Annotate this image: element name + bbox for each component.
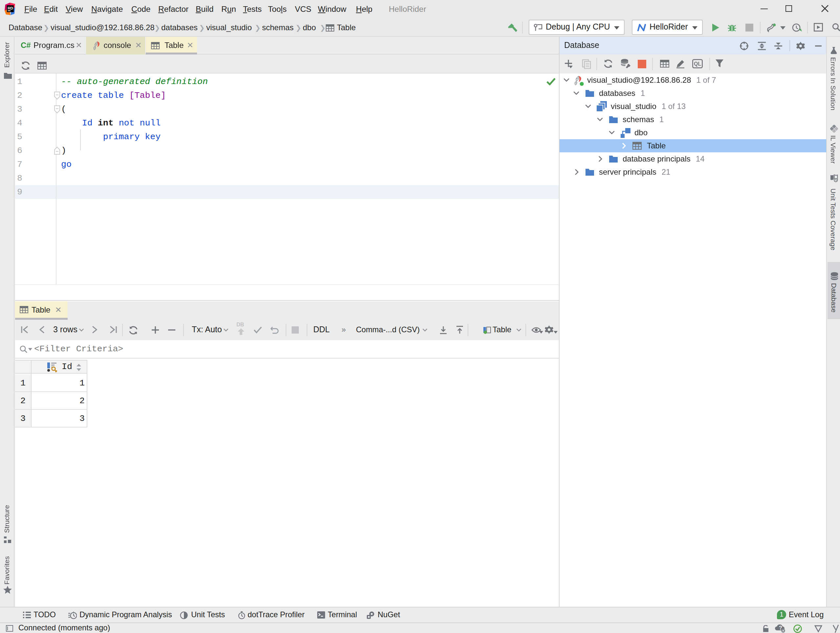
svg-text:QL: QL (694, 61, 701, 67)
